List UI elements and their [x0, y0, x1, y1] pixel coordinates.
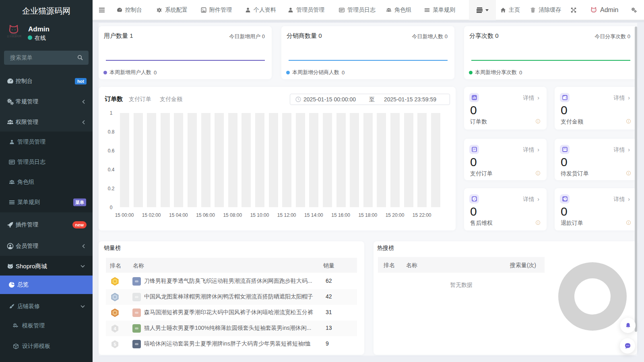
svg-text:5: 5 — [114, 342, 116, 347]
svg-text:4: 4 — [114, 326, 116, 331]
